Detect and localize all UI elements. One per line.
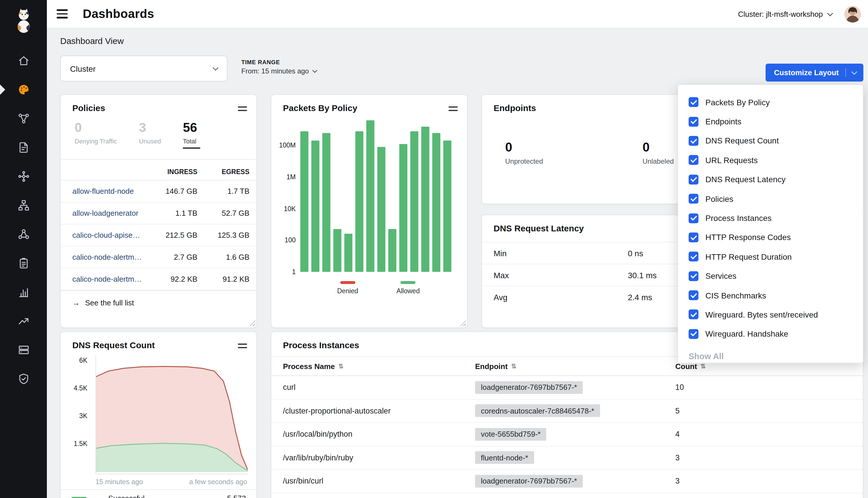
- layout-menu-item[interactable]: Policies: [678, 189, 863, 209]
- time-range-value[interactable]: From: 15 minutes ago: [241, 67, 316, 75]
- layout-menu-item[interactable]: Endpoints: [678, 112, 863, 131]
- policy-name-link[interactable]: calico-cloud-apiserver-…: [72, 231, 142, 239]
- view-select-dropdown[interactable]: Cluster: [60, 55, 228, 81]
- policy-name-link[interactable]: allow-loadgenerator: [72, 209, 142, 218]
- checkbox-checked-icon[interactable]: [689, 97, 698, 107]
- policy-name-link[interactable]: calico-node-alertmana…: [72, 275, 142, 284]
- drag-handle[interactable]: [238, 106, 247, 111]
- checkbox-checked-icon[interactable]: [689, 194, 698, 204]
- layout-menu-item[interactable]: DNS Request Latency: [678, 170, 863, 189]
- sort-icon[interactable]: ⇅: [338, 362, 344, 370]
- legend-entry-denied: Denied: [337, 281, 358, 294]
- sidebar-item-policies[interactable]: [0, 133, 47, 162]
- stat-label: Unprotected: [505, 157, 543, 166]
- sidebar-item-endpoints[interactable]: [0, 162, 47, 191]
- sidebar-item-dashboards[interactable]: [0, 75, 47, 104]
- checkbox-checked-icon[interactable]: [689, 310, 698, 319]
- checkbox-checked-icon[interactable]: [689, 290, 698, 300]
- process-table-row: /var/lib/ruby/bin/ruby fluentd-node-* 3: [271, 446, 863, 470]
- policy-name-link[interactable]: allow-fluentd-node: [72, 187, 142, 196]
- menu-item-label: Endpoints: [705, 117, 741, 126]
- calico-logo[interactable]: [12, 6, 35, 37]
- column-header-process-name[interactable]: Process Name ⇅: [283, 362, 475, 370]
- layout-menu-item[interactable]: Process Instances: [678, 209, 863, 228]
- process-count: 5: [675, 407, 863, 415]
- process-name: /cluster-proportional-autoscaler: [283, 407, 475, 415]
- layout-menu-item[interactable]: Wireguard. Handshake: [678, 324, 863, 343]
- sort-icon[interactable]: ⇅: [511, 362, 517, 370]
- stat-value: 56: [183, 120, 200, 135]
- active-indicator: [0, 84, 5, 95]
- column-header-endpoint[interactable]: Endpoint ⇅: [475, 362, 675, 370]
- policy-table-row: allow-loadgenerator 1.1 TB 52.7 GB: [61, 202, 256, 224]
- y-tick: 4.5K: [61, 385, 87, 392]
- layout-menu-item[interactable]: CIS Benchmarks: [678, 286, 863, 305]
- dashboards-palette-icon: [17, 83, 30, 96]
- checkbox-checked-icon[interactable]: [689, 233, 698, 243]
- latency-label: Avg: [494, 292, 628, 302]
- y-tick: 6K: [61, 357, 87, 364]
- home-icon: [17, 54, 30, 67]
- layout-menu-item[interactable]: Wireguard. Bytes sent/received: [678, 305, 863, 325]
- cluster-selector[interactable]: Cluster: jlt-msft-workshop: [738, 10, 832, 18]
- checkbox-checked-icon[interactable]: [689, 117, 698, 126]
- storage-drive-icon: [17, 343, 30, 356]
- show-all-button[interactable]: Show All: [678, 348, 863, 364]
- policy-egress-value: 1.7 TB: [197, 187, 249, 196]
- checkbox-checked-icon[interactable]: [689, 155, 698, 165]
- menu-toggle-button[interactable]: [57, 10, 68, 18]
- policy-name-link[interactable]: calico-node-alertmana…: [72, 253, 142, 261]
- policies-footer: → See the full list: [61, 290, 256, 315]
- resize-handle[interactable]: [249, 320, 255, 326]
- sidebar-item-storage[interactable]: [0, 336, 47, 364]
- menu-item-label: Policies: [705, 194, 734, 203]
- checkbox-checked-icon[interactable]: [689, 329, 698, 339]
- dns-count-x-axis: 15 minutes ago a few seconds ago: [95, 478, 247, 486]
- policy-table-row: calico-cloud-apiserver-… 212.5 GB 125.3 …: [61, 224, 256, 246]
- bar-chart-icon: [17, 286, 30, 299]
- sidebar-item-security[interactable]: [0, 364, 47, 393]
- column-header-ingress[interactable]: INGRESS: [142, 168, 197, 175]
- checkbox-checked-icon[interactable]: [689, 175, 698, 184]
- user-avatar[interactable]: [844, 5, 861, 22]
- resize-handle[interactable]: [460, 320, 466, 326]
- page-title: Dashboards: [83, 7, 154, 21]
- packets-bar: [300, 131, 308, 272]
- stat-total[interactable]: 56 Total: [183, 120, 200, 159]
- packets-by-policy-card: Packets By Policy 100M1M10K1001 Denied A…: [271, 94, 468, 328]
- sidebar-item-metrics[interactable]: [0, 278, 47, 306]
- menu-item-label: Wireguard. Handshake: [705, 329, 788, 339]
- menu-item-label: Wireguard. Bytes sent/received: [705, 310, 818, 319]
- layout-menu-item[interactable]: HTTP Response Codes: [678, 227, 863, 247]
- drag-handle[interactable]: [449, 106, 458, 111]
- sidebar-item-home[interactable]: [0, 46, 47, 75]
- app-sidebar: [0, 0, 47, 498]
- see-full-list-link[interactable]: → See the full list: [72, 299, 245, 307]
- stat-unused[interactable]: 3 Unused: [139, 120, 161, 159]
- sidebar-item-service-graph[interactable]: [0, 104, 47, 133]
- endpoint-chip: vote-5655bd759-*: [475, 428, 546, 441]
- stat-denying-traffic[interactable]: 0 Denying Traffic: [75, 120, 117, 159]
- sidebar-item-trends[interactable]: [0, 306, 47, 336]
- checkbox-checked-icon[interactable]: [689, 136, 698, 146]
- layout-menu-item[interactable]: DNS Request Count: [678, 131, 863, 151]
- checkbox-checked-icon[interactable]: [689, 252, 698, 262]
- sidebar-item-compliance[interactable]: [0, 249, 47, 278]
- policy-egress-value: 52.7 GB: [197, 209, 249, 218]
- column-header-egress[interactable]: EGRESS: [197, 168, 249, 175]
- sidebar-item-network-sets[interactable]: [0, 191, 47, 220]
- customize-layout-button[interactable]: Customize Layout: [765, 64, 863, 81]
- layout-menu-item[interactable]: URL Requests: [678, 150, 863, 170]
- packets-bar: [432, 133, 440, 272]
- layout-menu-item[interactable]: Services: [678, 266, 863, 286]
- layout-menu-item[interactable]: HTTP Request Duration: [678, 247, 863, 266]
- packets-y-tick: 100: [271, 237, 296, 244]
- see-full-list-label: See the full list: [85, 299, 134, 307]
- packets-bar: [443, 141, 451, 272]
- sidebar-item-clusters[interactable]: [0, 220, 47, 249]
- drag-handle[interactable]: [238, 343, 247, 348]
- checkbox-checked-icon[interactable]: [689, 271, 698, 281]
- time-range-text: From: 15 minutes ago: [241, 67, 309, 75]
- checkbox-checked-icon[interactable]: [689, 213, 698, 223]
- layout-menu-item[interactable]: Packets By Policy: [678, 93, 863, 112]
